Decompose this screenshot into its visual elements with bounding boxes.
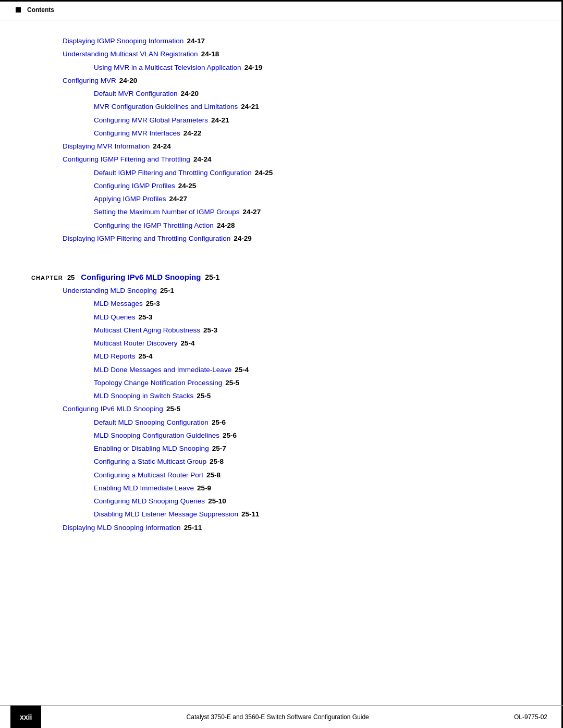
top-border bbox=[0, 0, 563, 2]
header-label: Contents bbox=[27, 6, 54, 14]
toc-page: 24-22 bbox=[183, 128, 202, 139]
toc-page: 25-8 bbox=[206, 470, 221, 480]
toc-entry: Applying IGMP Profiles24-27 bbox=[31, 194, 532, 204]
toc-entry: MLD Done Messages and Immediate-Leave25-… bbox=[31, 365, 532, 375]
chapter-heading: Chapter 25 Configuring IPv6 MLD Snooping… bbox=[31, 273, 532, 281]
footer-title: Catalyst 3750-E and 3560-E Switch Softwa… bbox=[41, 713, 514, 721]
toc-link[interactable]: Topology Change Notification Processing bbox=[94, 378, 222, 388]
toc-page: 24-29 bbox=[234, 233, 252, 244]
toc-link[interactable]: MLD Done Messages and Immediate-Leave bbox=[94, 365, 231, 375]
toc-link[interactable]: Configuring the IGMP Throttling Action bbox=[94, 220, 214, 231]
toc-page: 25-5 bbox=[166, 404, 180, 414]
toc-entry: Setting the Maximum Number of IGMP Group… bbox=[31, 207, 532, 217]
toc-page: 24-21 bbox=[241, 102, 259, 112]
toc-link[interactable]: Configuring IPv6 MLD Snooping bbox=[63, 404, 163, 414]
toc-link[interactable]: Disabling MLD Listener Message Suppressi… bbox=[94, 509, 238, 520]
toc-page: 24-27 bbox=[169, 194, 188, 204]
toc-entry: Displaying MLD Snooping Information25-11 bbox=[31, 523, 532, 533]
toc-page: 24-27 bbox=[243, 207, 261, 217]
toc-link[interactable]: MLD Messages bbox=[94, 299, 143, 309]
toc-page: 24-24 bbox=[193, 154, 212, 165]
toc-link[interactable]: Understanding Multicast VLAN Registratio… bbox=[63, 49, 198, 59]
toc-page: 24-21 bbox=[211, 115, 229, 126]
toc-link[interactable]: Enabling MLD Immediate Leave bbox=[94, 483, 194, 493]
toc-link[interactable]: Displaying IGMP Snooping Information bbox=[63, 36, 183, 46]
toc-page: 25-9 bbox=[197, 483, 211, 493]
section-gap bbox=[31, 246, 532, 257]
toc-link[interactable]: Configuring MVR bbox=[63, 76, 116, 86]
toc-entry: Configuring a Multicast Router Port25-8 bbox=[31, 470, 532, 480]
toc-entry: Default IGMP Filtering and Throttling Co… bbox=[31, 168, 532, 178]
toc-link[interactable]: MLD Snooping in Switch Stacks bbox=[94, 391, 193, 401]
toc-link[interactable]: Configuring a Multicast Router Port bbox=[94, 470, 203, 480]
toc-link[interactable]: Displaying MVR Information bbox=[63, 141, 150, 152]
toc-entry: Understanding MLD Snooping25-1 bbox=[31, 286, 532, 296]
toc-link[interactable]: Enabling or Disabling MLD Snooping bbox=[94, 443, 209, 454]
toc-entry: Topology Change Notification Processing2… bbox=[31, 378, 532, 388]
toc-page: 25-11 bbox=[184, 523, 202, 533]
toc-entry: Configuring MVR Global Parameters24-21 bbox=[31, 115, 532, 126]
toc-entry: Disabling MLD Listener Message Suppressi… bbox=[31, 509, 532, 520]
toc-entry: MLD Reports25-4 bbox=[31, 351, 532, 362]
chapter-title-link[interactable]: Configuring IPv6 MLD Snooping bbox=[81, 273, 201, 281]
toc-page: 25-5 bbox=[225, 378, 239, 388]
toc-link[interactable]: Displaying MLD Snooping Information bbox=[63, 523, 181, 533]
toc-link[interactable]: Configuring MVR Interfaces bbox=[94, 128, 180, 139]
toc-entry: Configuring IGMP Profiles24-25 bbox=[31, 181, 532, 191]
toc-page: 24-20 bbox=[119, 76, 138, 86]
toc-entry: Configuring IPv6 MLD Snooping25-5 bbox=[31, 404, 532, 414]
toc-page: 24-18 bbox=[201, 49, 219, 59]
toc-entry: Configuring MVR24-20 bbox=[31, 76, 532, 86]
toc-entry: MLD Snooping Configuration Guidelines25-… bbox=[31, 430, 532, 441]
toc-entry: Understanding Multicast VLAN Registratio… bbox=[31, 49, 532, 59]
toc-entry: MLD Messages25-3 bbox=[31, 299, 532, 309]
toc-link[interactable]: MLD Queries bbox=[94, 312, 136, 323]
toc-link[interactable]: Multicast Router Discovery bbox=[94, 338, 178, 349]
toc-link[interactable]: Default MVR Configuration bbox=[94, 89, 178, 99]
toc-link[interactable]: Default MLD Snooping Configuration bbox=[94, 417, 209, 428]
toc-link[interactable]: Multicast Client Aging Robustness bbox=[94, 325, 200, 336]
toc-link[interactable]: MVR Configuration Guidelines and Limitat… bbox=[94, 102, 238, 112]
toc-link[interactable]: MLD Snooping Configuration Guidelines bbox=[94, 430, 219, 441]
toc-link[interactable]: Configuring MVR Global Parameters bbox=[94, 115, 208, 126]
page-header: Contents bbox=[0, 0, 563, 20]
toc-page: 25-1 bbox=[160, 286, 174, 296]
toc-page: 25-8 bbox=[210, 456, 224, 467]
toc-page: 24-17 bbox=[187, 36, 205, 46]
toc-page: 25-3 bbox=[203, 325, 217, 336]
toc-entry: Default MVR Configuration24-20 bbox=[31, 89, 532, 99]
toc-link[interactable]: Configuring a Static Multicast Group bbox=[94, 456, 206, 467]
page-number: xxii bbox=[10, 706, 41, 728]
toc-entry: Multicast Router Discovery25-4 bbox=[31, 338, 532, 349]
toc-page: 25-4 bbox=[139, 351, 153, 362]
toc-link[interactable]: Configuring IGMP Profiles bbox=[94, 181, 175, 191]
toc-page: 25-4 bbox=[181, 338, 195, 349]
toc-link[interactable]: MLD Reports bbox=[94, 351, 136, 362]
toc-entry: MLD Queries25-3 bbox=[31, 312, 532, 323]
toc-page: 24-25 bbox=[255, 168, 273, 178]
toc-entry: Enabling or Disabling MLD Snooping25-7 bbox=[31, 443, 532, 454]
toc-entry: Default MLD Snooping Configuration25-6 bbox=[31, 417, 532, 428]
toc-link[interactable]: Configuring IGMP Filtering and Throttlin… bbox=[63, 154, 190, 165]
toc-link[interactable]: Applying IGMP Profiles bbox=[94, 194, 166, 204]
chapter-number: 25 bbox=[67, 274, 75, 281]
toc-link[interactable]: Configuring MLD Snooping Queries bbox=[94, 496, 205, 507]
toc-entries-before: Displaying IGMP Snooping Information24-1… bbox=[31, 36, 532, 244]
toc-link[interactable]: Default IGMP Filtering and Throttling Co… bbox=[94, 168, 252, 178]
toc-entry: Displaying MVR Information24-24 bbox=[31, 141, 532, 152]
toc-page: 24-20 bbox=[181, 89, 199, 99]
page-footer: xxii Catalyst 3750-E and 3560-E Switch S… bbox=[0, 705, 563, 728]
toc-page: 24-28 bbox=[217, 220, 235, 231]
toc-link[interactable]: Using MVR in a Multicast Television Appl… bbox=[94, 63, 241, 73]
toc-link[interactable]: Displaying IGMP Filtering and Throttling… bbox=[63, 233, 230, 244]
toc-entry: Configuring a Static Multicast Group25-8 bbox=[31, 456, 532, 467]
toc-page: 25-3 bbox=[146, 299, 160, 309]
chapter-title-page: 25-1 bbox=[205, 273, 219, 281]
toc-link[interactable]: Understanding MLD Snooping bbox=[63, 286, 157, 296]
toc-entry: Configuring MLD Snooping Queries25-10 bbox=[31, 496, 532, 507]
chapter-label: Chapter bbox=[31, 275, 63, 281]
toc-entries-after: Understanding MLD Snooping25-1MLD Messag… bbox=[31, 286, 532, 533]
toc-link[interactable]: Setting the Maximum Number of IGMP Group… bbox=[94, 207, 240, 217]
toc-entry: Displaying IGMP Snooping Information24-1… bbox=[31, 36, 532, 46]
toc-entry: Configuring MVR Interfaces24-22 bbox=[31, 128, 532, 139]
